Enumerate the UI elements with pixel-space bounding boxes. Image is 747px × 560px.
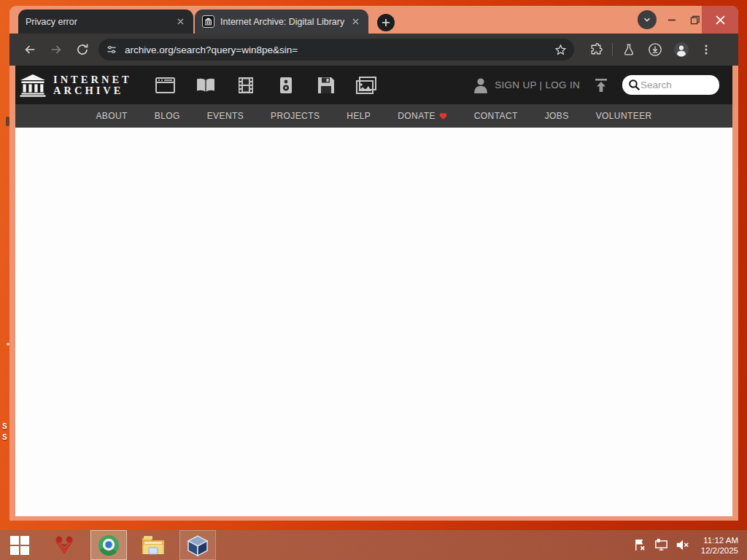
new-tab-button[interactable] [377, 14, 395, 31]
desktop-icon-label-fragment: S [2, 422, 7, 430]
virtualbox-icon [187, 534, 209, 556]
texts-media-icon[interactable] [191, 74, 220, 96]
desktop-icon-label-fragment: S [2, 433, 7, 441]
browser-window: Privacy error Int [9, 6, 738, 521]
nav-item-about[interactable]: ABOUT [96, 111, 127, 121]
reload-button[interactable] [71, 38, 94, 61]
nav-item-donate[interactable]: DONATE [398, 111, 447, 121]
nav-item-contact[interactable]: CONTACT [474, 111, 518, 121]
nav-item-jobs[interactable]: JOBS [545, 111, 569, 121]
site-search-box[interactable] [622, 75, 719, 95]
internet-archive-header: INTERNET ARCHIVE [15, 66, 732, 104]
url-text[interactable]: archive.org/search?query=win8pe&sin= [125, 44, 554, 55]
windows-logo-icon [10, 536, 29, 555]
taskbar-chrome-browser[interactable] [90, 530, 127, 560]
system-tray: 11:12 AM 12/2/2025 [633, 535, 747, 556]
nav-item-blog[interactable]: BLOG [155, 111, 180, 121]
browser-menu-icon[interactable] [694, 38, 718, 61]
upload-icon[interactable] [590, 74, 612, 96]
site-search-input[interactable] [640, 79, 706, 90]
page-content-empty [15, 128, 732, 516]
tab-internet-archive[interactable]: Internet Archive: Digital Library [195, 9, 368, 34]
desktop-icon-fragment [6, 117, 9, 126]
internet-archive-favicon [202, 15, 214, 28]
nav-item-volunteer[interactable]: VOLUNTEER [596, 111, 652, 121]
chevron-down-icon [638, 10, 657, 29]
taskbar-red-app[interactable] [46, 530, 82, 560]
back-button[interactable] [18, 38, 42, 61]
header-account-area: SIGN UP | LOG IN [473, 74, 728, 96]
tab-close-icon[interactable] [349, 16, 361, 28]
tab-search-button[interactable] [636, 6, 658, 34]
audio-media-icon[interactable] [271, 74, 301, 96]
tab-title: Privacy error [26, 17, 174, 27]
internet-archive-wordmark: INTERNET ARCHIVE [53, 74, 132, 96]
extensions-icon[interactable] [584, 38, 608, 61]
clock-time: 11:12 AM [701, 535, 738, 545]
nav-item-projects[interactable]: PROJECTS [271, 111, 320, 121]
nav-item-events[interactable]: EVENTS [207, 111, 244, 121]
video-media-icon[interactable] [231, 74, 260, 96]
tab-strip: Privacy error Int [9, 6, 738, 34]
tray-flag-icon[interactable] [633, 538, 647, 552]
taskbar-file-explorer[interactable] [135, 530, 171, 560]
page-viewport: INTERNET ARCHIVE [15, 66, 732, 516]
search-icon [628, 79, 640, 91]
tray-volume-muted-icon[interactable] [676, 538, 690, 552]
toolbar-separator [612, 43, 613, 56]
tray-network-icon[interactable] [654, 538, 669, 552]
nav-item-help[interactable]: HELP [347, 111, 371, 121]
person-icon [473, 77, 489, 94]
downloads-icon[interactable] [643, 38, 667, 61]
tab-close-icon[interactable] [174, 16, 186, 28]
internet-archive-logo[interactable]: INTERNET ARCHIVE [20, 74, 132, 97]
red-app-icon [53, 535, 75, 556]
taskbar-clock[interactable]: 11:12 AM 12/2/2025 [701, 535, 741, 556]
start-button[interactable] [1, 530, 38, 560]
browser-toolbar: archive.org/search?query=win8pe&sin= [9, 34, 738, 66]
heart-icon [439, 112, 447, 120]
bookmark-star-icon[interactable] [554, 44, 567, 56]
internet-archive-building-icon [20, 74, 46, 97]
site-info-icon[interactable] [106, 44, 117, 55]
close-button[interactable] [702, 6, 738, 34]
taskbar: 11:12 AM 12/2/2025 [0, 530, 747, 560]
images-media-icon[interactable] [352, 74, 381, 96]
forward-button[interactable] [44, 38, 68, 61]
media-type-icons [151, 74, 381, 96]
minimize-button[interactable] [661, 6, 683, 34]
url-bar[interactable]: archive.org/search?query=win8pe&sin= [98, 39, 574, 61]
site-nav: ABOUT BLOG EVENTS PROJECTS HELP DONATE C… [15, 104, 732, 128]
web-media-icon[interactable] [151, 74, 180, 96]
taskbar-virtualbox[interactable] [179, 530, 216, 560]
chrome-browser-icon [98, 534, 120, 556]
labs-flask-icon[interactable] [617, 38, 640, 61]
profile-avatar-icon[interactable] [670, 38, 693, 61]
file-explorer-icon [142, 535, 165, 555]
software-media-icon[interactable] [311, 74, 341, 96]
tab-title: Internet Archive: Digital Library [220, 17, 349, 27]
desktop: S S Privacy error [0, 0, 747, 560]
signup-login-link[interactable]: SIGN UP | LOG IN [495, 79, 580, 90]
tab-privacy-error[interactable]: Privacy error [18, 9, 193, 34]
clock-date: 12/2/2025 [701, 545, 738, 556]
